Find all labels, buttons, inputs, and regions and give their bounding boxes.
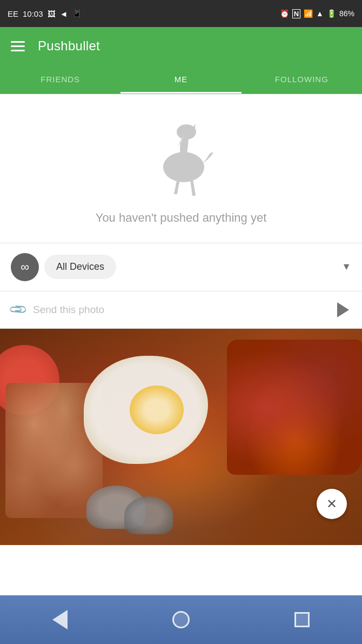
- status-bar: EE 10:03 🖼 ◄ 📱 ⏰ N 📶 ▲ 🔋 86%: [0, 0, 362, 27]
- send-row: 📎 Send this photo: [0, 291, 362, 329]
- carrier-label: EE: [8, 9, 18, 18]
- signal-icon: ▲: [316, 9, 324, 18]
- dropdown-arrow-icon[interactable]: ▼: [341, 261, 351, 273]
- image-icon: 🖼: [48, 9, 56, 18]
- status-left: EE 10:03 🖼 ◄ 📱: [8, 9, 82, 18]
- send-placeholder[interactable]: Send this photo: [33, 304, 327, 316]
- app-bar: Pushbullet: [0, 27, 362, 65]
- send-button[interactable]: [335, 300, 351, 320]
- svg-point-0: [163, 152, 204, 182]
- back-icon: [52, 610, 68, 629]
- recents-icon: [294, 612, 310, 627]
- infinity-icon: ∞: [21, 261, 29, 273]
- close-icon: ✕: [326, 497, 337, 510]
- mushroom2-element: [124, 496, 173, 534]
- device-pill[interactable]: All Devices: [44, 255, 116, 279]
- home-nav-button[interactable]: [167, 606, 195, 634]
- bottom-nav: [0, 595, 362, 644]
- tabs-bar: FRIENDS ME FOLLOWING: [0, 65, 362, 94]
- tab-friends[interactable]: FRIENDS: [0, 65, 120, 94]
- close-button[interactable]: ✕: [317, 489, 347, 519]
- app-title: Pushbullet: [38, 38, 100, 54]
- photo-area: ✕: [0, 329, 362, 545]
- phone-icon: 📱: [72, 9, 82, 18]
- empty-state: You haven't pushed anything yet: [0, 94, 362, 243]
- battery-icon: 🔋: [327, 9, 336, 18]
- back-nav-button[interactable]: [47, 605, 73, 635]
- tab-me[interactable]: ME: [120, 65, 241, 94]
- device-selector-row[interactable]: ∞ All Devices ▼: [0, 243, 362, 291]
- send-arrow-icon: [337, 302, 349, 317]
- home-icon: [172, 611, 190, 628]
- wifi-icon: 📶: [304, 9, 313, 18]
- photo-background: [0, 329, 362, 545]
- menu-button[interactable]: [11, 41, 25, 51]
- empty-state-text: You haven't pushed anything yet: [96, 210, 267, 227]
- time-label: 10:03: [23, 9, 43, 18]
- battery-label: 86%: [339, 9, 354, 18]
- tab-following[interactable]: FOLLOWING: [242, 65, 362, 94]
- infinity-button[interactable]: ∞: [11, 253, 39, 281]
- bacon-element: [227, 340, 362, 475]
- send-icon: ◄: [60, 9, 68, 18]
- attachment-icon[interactable]: 📎: [8, 300, 28, 320]
- unicorn-icon: [146, 116, 216, 197]
- egg-yolk-element: [130, 386, 184, 434]
- nfc-icon: N: [292, 9, 300, 18]
- recents-nav-button[interactable]: [289, 607, 315, 633]
- alarm-icon: ⏰: [280, 9, 289, 18]
- status-right: ⏰ N 📶 ▲ 🔋 86%: [280, 9, 354, 18]
